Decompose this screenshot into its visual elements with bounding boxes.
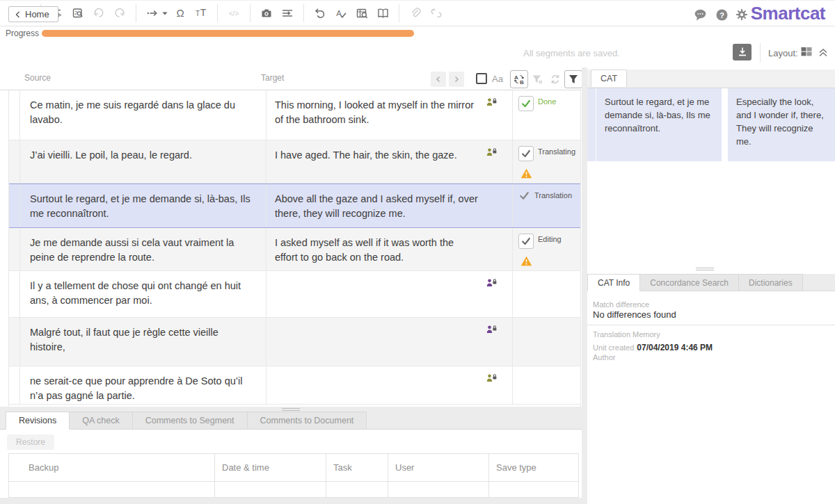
- revisions-table: BackupDate & timeTaskUserSave type: [8, 453, 579, 498]
- prev-segment-button[interactable]: [431, 72, 446, 87]
- status-label: Done: [538, 96, 556, 106]
- segment-lock-icons: [486, 184, 512, 227]
- redo-icon[interactable]: [109, 3, 130, 24]
- segment-target-text[interactable]: Above all the gaze and I asked myself if…: [267, 184, 486, 227]
- unit-created-row: Unit created07/04/2019 4:46 PM: [593, 343, 713, 352]
- match-case-checkbox[interactable]: [476, 73, 487, 84]
- column-header-save-type: Save type: [488, 454, 579, 481]
- warning-icon[interactable]: [520, 168, 576, 179]
- cat-match-row[interactable]: Surtout le regard, et je me demande si, …: [587, 88, 835, 161]
- segment-source-text[interactable]: Surtout le regard, et je me demande si, …: [20, 184, 267, 227]
- special-char-icon[interactable]: Ω: [170, 3, 191, 24]
- help-icon[interactable]: ?: [715, 8, 729, 22]
- cat-info-tabs-row: CAT InfoConcordance SearchDictionaries: [587, 274, 835, 291]
- segment-number-gutter: [9, 366, 20, 404]
- segment-status-cell: [512, 366, 580, 404]
- bottom-panel-resize-handle[interactable]: [282, 408, 300, 411]
- swap-source-target-icon[interactable]: AB: [510, 70, 528, 88]
- assignee-lock-icon: [486, 373, 512, 382]
- tab-comments-to-document[interactable]: Comments to Document: [248, 412, 367, 430]
- cat-info-resize-handle[interactable]: [696, 268, 714, 270]
- tab-concordance-search[interactable]: Concordance Search: [640, 274, 739, 291]
- cat-info-content: Match difference No differences found Tr…: [587, 291, 835, 504]
- empty-cell: [326, 482, 388, 497]
- segment-target-text[interactable]: [267, 271, 486, 317]
- empty-cell: [388, 482, 488, 497]
- segment-target-text[interactable]: This morning, I looked at myself in the …: [267, 90, 486, 140]
- spellcheck-icon[interactable]: A: [331, 3, 351, 24]
- segment-lock-icons: [486, 228, 512, 270]
- home-label: Home: [25, 9, 49, 19]
- align-icon[interactable]: [277, 3, 298, 24]
- match-difference-value: No differences found: [593, 309, 676, 320]
- goto-dropdown-caret[interactable]: [160, 3, 170, 24]
- segment-lock-icons: [486, 90, 512, 140]
- tab-cat[interactable]: CAT: [591, 70, 627, 87]
- attach-icon[interactable]: [405, 3, 426, 24]
- progress-label: Progress: [6, 29, 39, 38]
- confirm-checkbox[interactable]: [518, 96, 534, 111]
- restore-button[interactable]: Restore: [7, 434, 54, 450]
- segment-number-gutter: [9, 318, 20, 366]
- unit-created-label: Unit created: [593, 343, 634, 352]
- change-case-icon[interactable]: TT: [191, 3, 212, 24]
- translation-memory-label: Translation Memory: [593, 330, 660, 339]
- segment-target-text[interactable]: [267, 366, 486, 404]
- segment-row[interactable]: Surtout le regard, et je me demande si, …: [9, 184, 580, 228]
- collapse-toolbar-icon[interactable]: [818, 46, 829, 58]
- status-label: Translation: [534, 190, 572, 200]
- segment-number-gutter: [9, 90, 20, 140]
- segment-number-gutter: [9, 140, 20, 183]
- segment-source-text[interactable]: J’ai vieilli. Le poil, la peau, le regar…: [20, 140, 267, 183]
- status-label: Translating: [538, 146, 575, 156]
- next-segment-button[interactable]: [449, 72, 464, 87]
- tab-qa-check[interactable]: QA check: [70, 412, 133, 430]
- tab-revisions[interactable]: Revisions: [6, 412, 70, 430]
- dictionary-icon[interactable]: [372, 3, 393, 24]
- segment-source-text[interactable]: Ce matin, je me suis regardé dans la gla…: [20, 90, 267, 140]
- download-icon[interactable]: [733, 44, 752, 60]
- segment-target-text[interactable]: I have aged. The hair, the skin, the gaz…: [267, 140, 486, 183]
- refresh-filter-icon[interactable]: [546, 70, 564, 88]
- unlink-icon[interactable]: [426, 3, 447, 24]
- tab-comments-to-segment[interactable]: Comments to Segment: [133, 412, 248, 430]
- home-button[interactable]: Home: [8, 6, 58, 22]
- segment-source-text[interactable]: Je me demande aussi si cela vaut vraimen…: [20, 228, 267, 270]
- column-header-task: Task: [326, 454, 388, 481]
- tab-dictionaries[interactable]: Dictionaries: [739, 274, 803, 291]
- segment-status-cell: [512, 318, 580, 366]
- segment-target-text[interactable]: I asked myself as well if it was worth t…: [267, 228, 486, 270]
- revert-segment-icon[interactable]: [310, 3, 331, 24]
- segment-row[interactable]: J’ai vieilli. Le poil, la peau, le regar…: [9, 140, 580, 184]
- search-tm-icon[interactable]: [351, 3, 372, 24]
- segment-row[interactable]: ne serait-ce que pour apprendre à De Sot…: [9, 366, 580, 405]
- segment-row[interactable]: Malgré tout, il faut que je règle cette …: [9, 318, 580, 366]
- layout-grid-icon[interactable]: [800, 46, 813, 58]
- segment-target-text[interactable]: [267, 318, 486, 366]
- confirm-checkbox[interactable]: [518, 234, 534, 249]
- segment-row[interactable]: Il y a tellement de chose qui ont changé…: [9, 271, 580, 318]
- segment-source-text[interactable]: Il y a tellement de chose qui ont changé…: [20, 271, 267, 317]
- warning-icon[interactable]: [520, 256, 576, 266]
- toggle-tags-icon[interactable]: </>: [223, 3, 244, 24]
- confirm-checkbox[interactable]: [518, 146, 534, 161]
- clear-filter-icon[interactable]: [528, 70, 546, 88]
- undo-icon[interactable]: [88, 3, 109, 24]
- segment-row[interactable]: Je me demande aussi si cela vaut vraimen…: [9, 228, 580, 271]
- segment-source-text[interactable]: ne serait-ce que pour apprendre à De Sot…: [20, 366, 267, 404]
- status-label: Editing: [538, 234, 562, 243]
- assignee-lock-icon: [486, 97, 512, 106]
- editor-toolbar: 2 Ω TT </>: [0, 0, 835, 26]
- search-numbers-icon[interactable]: 2: [67, 3, 88, 24]
- chat-icon[interactable]: [693, 8, 707, 22]
- match-case-label: Aa: [492, 74, 503, 84]
- gear-icon[interactable]: [735, 8, 749, 22]
- segment-status-cell: [512, 271, 580, 317]
- filter-icon[interactable]: [564, 70, 582, 88]
- segment-source-text[interactable]: Malgré tout, il faut que je règle cette …: [20, 318, 267, 366]
- segment-status-cell: Translating: [512, 140, 580, 183]
- segment-row[interactable]: Ce matin, je me suis regardé dans la gla…: [9, 90, 580, 140]
- screenshot-icon[interactable]: [256, 3, 277, 24]
- empty-cell: [214, 482, 326, 497]
- tab-cat-info[interactable]: CAT Info: [587, 274, 640, 291]
